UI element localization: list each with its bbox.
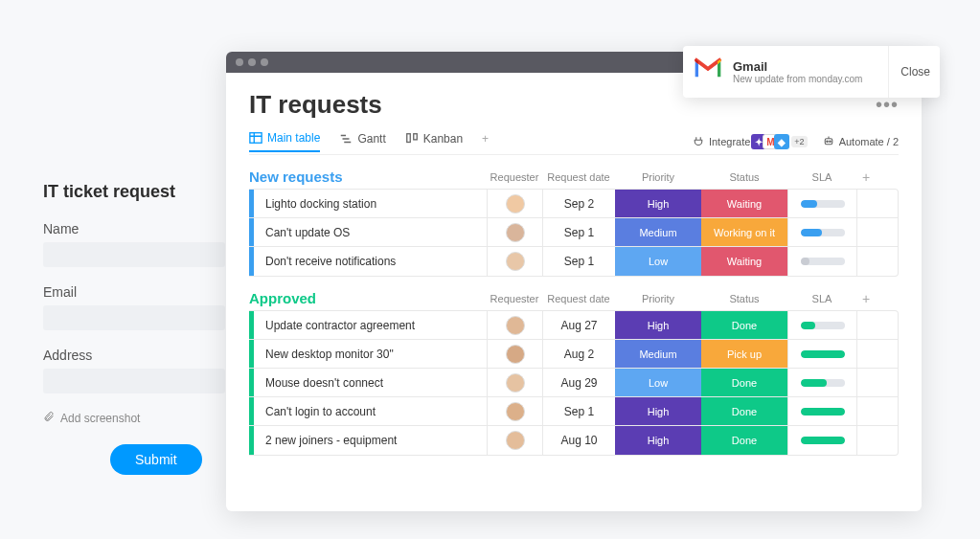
plug-icon bbox=[693, 135, 704, 148]
add-column-button[interactable]: + bbox=[856, 169, 876, 185]
cell-priority[interactable]: Low bbox=[615, 247, 701, 276]
cell-status[interactable]: Done bbox=[701, 311, 787, 339]
cell-sla[interactable] bbox=[787, 218, 856, 246]
sla-bar bbox=[801, 379, 845, 387]
table-row[interactable]: Don't receive notifications Sep 1 Low Wa… bbox=[249, 247, 898, 276]
group-title[interactable]: Approved bbox=[249, 290, 487, 306]
table-row[interactable]: Can't update OS Sep 1 Medium Working on … bbox=[249, 218, 898, 247]
cell-title[interactable]: Lighto docking station bbox=[254, 190, 487, 217]
cell-priority[interactable]: High bbox=[615, 397, 701, 425]
cell-title[interactable]: Can't update OS bbox=[254, 218, 487, 246]
add-view-button[interactable]: + bbox=[482, 132, 489, 151]
cell-priority[interactable]: High bbox=[615, 311, 701, 339]
automate-label: Automate / 2 bbox=[839, 136, 899, 147]
cell-status[interactable]: Done bbox=[701, 369, 787, 396]
form-title: IT ticket request bbox=[43, 182, 225, 202]
integrate-button[interactable]: Integrate ✦ M ◆ +2 bbox=[693, 134, 808, 149]
cell-title[interactable]: Update contractor agreement bbox=[254, 311, 487, 339]
address-input[interactable] bbox=[43, 369, 225, 393]
cell-requester[interactable] bbox=[487, 190, 542, 217]
sla-bar bbox=[801, 229, 845, 236]
column-header-requester[interactable]: Requester bbox=[487, 293, 542, 304]
cell-title[interactable]: Can't login to account bbox=[254, 397, 487, 425]
cell-priority[interactable]: High bbox=[615, 426, 701, 455]
avatar bbox=[506, 223, 525, 242]
tab-gantt[interactable]: Gantt bbox=[339, 132, 385, 151]
cell-priority[interactable]: Medium bbox=[615, 340, 701, 368]
notification-subtitle: New update from monday.com bbox=[733, 74, 888, 84]
cell-priority[interactable]: Low bbox=[615, 369, 701, 396]
notification-close-button[interactable]: Close bbox=[888, 46, 930, 98]
cell-title[interactable]: Mouse doesn't connect bbox=[254, 369, 487, 396]
cell-requester[interactable] bbox=[487, 369, 542, 396]
group-table: Update contractor agreement Aug 27 High … bbox=[249, 310, 899, 456]
table-row[interactable]: Lighto docking station Sep 2 High Waitin… bbox=[249, 190, 898, 218]
cell-requester[interactable] bbox=[487, 426, 542, 455]
column-header-sla[interactable]: SLA bbox=[787, 293, 856, 304]
cell-requester[interactable] bbox=[487, 397, 542, 425]
column-header-status[interactable]: Status bbox=[701, 171, 787, 183]
column-header-date[interactable]: Request date bbox=[542, 293, 615, 304]
cell-priority[interactable]: High bbox=[615, 190, 701, 217]
cell-sla[interactable] bbox=[787, 426, 856, 455]
automate-button[interactable]: Automate / 2 bbox=[823, 135, 899, 148]
name-input[interactable] bbox=[43, 242, 225, 267]
column-header-priority[interactable]: Priority bbox=[615, 171, 701, 183]
group-title[interactable]: New requests bbox=[249, 168, 487, 185]
sla-fill bbox=[801, 200, 817, 208]
cell-requester[interactable] bbox=[487, 247, 542, 276]
avatar bbox=[506, 373, 525, 393]
cell-status[interactable]: Waiting bbox=[701, 247, 787, 276]
cell-date[interactable]: Aug 2 bbox=[542, 340, 615, 368]
cell-date[interactable]: Aug 29 bbox=[542, 369, 615, 396]
table-row[interactable]: New desktop monitor 30" Aug 2 Medium Pic… bbox=[249, 340, 898, 369]
column-header-date[interactable]: Request date bbox=[542, 171, 615, 183]
cell-requester[interactable] bbox=[487, 340, 542, 368]
table-row[interactable]: Mouse doesn't connect Aug 29 Low Done bbox=[249, 369, 898, 397]
column-header-priority[interactable]: Priority bbox=[615, 293, 701, 304]
cell-date[interactable]: Sep 1 bbox=[542, 218, 615, 246]
column-header-requester[interactable]: Requester bbox=[487, 171, 542, 183]
cell-requester[interactable] bbox=[487, 311, 542, 339]
add-column-button[interactable]: + bbox=[856, 291, 876, 306]
app-window: IT requests ••• Main table Gantt bbox=[226, 52, 922, 511]
table-row[interactable]: Update contractor agreement Aug 27 High … bbox=[249, 311, 898, 340]
column-header-sla[interactable]: SLA bbox=[787, 171, 856, 183]
avatar bbox=[506, 316, 525, 335]
sla-fill bbox=[801, 350, 845, 358]
column-header-status[interactable]: Status bbox=[701, 293, 787, 304]
cell-priority[interactable]: Medium bbox=[615, 218, 701, 246]
cell-title[interactable]: 2 new joiners - equipment bbox=[254, 426, 487, 455]
cell-requester[interactable] bbox=[487, 218, 542, 246]
cell-sla[interactable] bbox=[787, 369, 856, 396]
cell-status[interactable]: Done bbox=[701, 397, 787, 425]
cell-empty bbox=[856, 369, 885, 396]
email-input[interactable] bbox=[43, 305, 225, 330]
cell-date[interactable]: Aug 27 bbox=[542, 311, 615, 339]
cell-title[interactable]: New desktop monitor 30" bbox=[254, 340, 487, 368]
page-title: IT requests bbox=[249, 90, 382, 120]
cell-sla[interactable] bbox=[787, 247, 856, 276]
cell-date[interactable]: Sep 1 bbox=[542, 397, 615, 425]
cell-status[interactable]: Done bbox=[701, 426, 787, 455]
cell-sla[interactable] bbox=[787, 340, 856, 368]
cell-date[interactable]: Sep 1 bbox=[542, 247, 615, 276]
cell-date[interactable]: Aug 10 bbox=[542, 426, 615, 455]
cell-sla[interactable] bbox=[787, 311, 856, 339]
tab-main-table[interactable]: Main table bbox=[249, 131, 320, 152]
add-screenshot-link[interactable]: Add screenshot bbox=[43, 411, 225, 425]
cell-status[interactable]: Waiting bbox=[701, 190, 787, 217]
tab-kanban[interactable]: Kanban bbox=[405, 132, 463, 151]
table-row[interactable]: Can't login to account Sep 1 High Done bbox=[249, 397, 898, 426]
group-header: New requests Requester Request date Prio… bbox=[249, 168, 899, 185]
cell-status[interactable]: Pick up bbox=[701, 340, 787, 368]
cell-empty bbox=[856, 397, 885, 425]
cell-sla[interactable] bbox=[787, 397, 856, 425]
cell-status[interactable]: Working on it bbox=[701, 218, 787, 246]
cell-sla[interactable] bbox=[787, 190, 856, 217]
submit-button[interactable]: Submit bbox=[110, 444, 202, 475]
cell-date[interactable]: Sep 2 bbox=[542, 190, 615, 217]
cell-title[interactable]: Don't receive notifications bbox=[254, 247, 487, 276]
table-icon bbox=[249, 131, 262, 145]
table-row[interactable]: 2 new joiners - equipment Aug 10 High Do… bbox=[249, 426, 898, 455]
